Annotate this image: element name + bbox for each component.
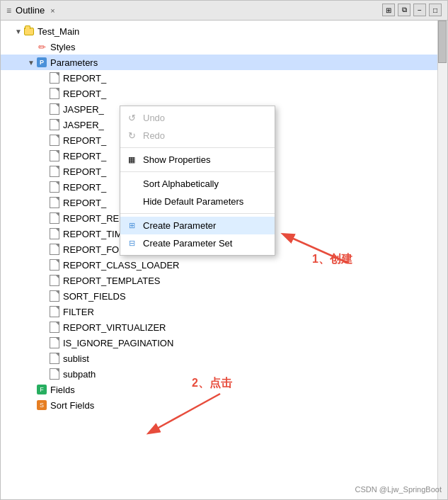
scrollbar-thumb[interactable]	[438, 21, 447, 63]
list-item[interactable]: ▶ sublist	[1, 351, 447, 366]
create-param-set-icon: ⊟	[126, 238, 137, 249]
tree-label: SORT_FIELDS	[63, 291, 126, 302]
menu-item-show-properties[interactable]: ▦ Show Properties	[120, 151, 275, 169]
expand-arrow-parameters[interactable]: ▼	[26, 57, 36, 67]
menu-label-redo: Redo	[143, 130, 165, 141]
toolbar-btn-1[interactable]: ⊞	[382, 4, 395, 16]
report-icon	[49, 72, 60, 84]
menu-label-create-param-set: Create Parameter Set	[143, 238, 232, 249]
report-icon	[49, 228, 60, 239]
redo-icon: ↻	[126, 130, 137, 142]
report-icon	[49, 337, 60, 348]
param-icon: P	[36, 57, 47, 68]
report-icon	[49, 166, 60, 177]
tree-label-sort-fields: Sort Fields	[50, 400, 94, 411]
tree-label-styles: Styles	[50, 42, 75, 52]
tree-label: JASPER_	[63, 120, 104, 130]
menu-item-create-param[interactable]: ⊞ Create Parameter	[120, 217, 275, 234]
panel-toolbar: ⊞ ⧉ − □	[382, 4, 442, 16]
list-item[interactable]: ▶ SORT_FIELDS	[1, 288, 447, 304]
context-menu: ↺ Undo ↻ Redo ▦ Show Properties Sort Alp…	[120, 106, 275, 256]
watermark: CSDN @Ljw_SpringBoot	[355, 485, 442, 494]
menu-item-redo[interactable]: ↻ Redo	[120, 127, 275, 144]
list-item[interactable]: ▶ subpath	[1, 366, 447, 382]
report-icon	[49, 119, 60, 130]
tree-label: REPORT_CLASS_LOADER	[63, 260, 180, 271]
tree-item-parameters[interactable]: ▼ P Parameters	[1, 55, 447, 70]
undo-icon: ↺	[126, 113, 137, 124]
menu-label-hide-default: Hide Default Parameters	[143, 196, 243, 207]
folder-icon	[23, 25, 35, 37]
tree-label: subpath	[63, 369, 96, 380]
tree-label: REPORT_	[63, 89, 106, 99]
panel-title: Outline	[16, 5, 45, 16]
report-icon	[49, 290, 60, 302]
menu-label-create-param: Create Parameter	[143, 220, 216, 231]
tree-label: IS_IGNORE_PAGINATION	[63, 338, 173, 348]
tree-label: FILTER	[63, 307, 94, 317]
tree-item-fields[interactable]: ▶ F Fields	[1, 382, 447, 397]
panel-icon: ≡	[6, 6, 11, 16]
report-icon	[49, 150, 60, 161]
tree-label-test-main: Test_Main	[38, 26, 79, 37]
report-icon	[49, 322, 60, 333]
create-param-icon: ⊞	[126, 220, 137, 232]
tree-item-test-main[interactable]: ▼ Test_Main	[1, 23, 447, 39]
report-icon	[49, 212, 60, 224]
panel-header: ≡ Outline × ⊞ ⧉ − □	[1, 1, 447, 21]
scrollbar[interactable]	[437, 21, 447, 499]
outline-panel: ≡ Outline × ⊞ ⧉ − □ ▼ Test_Main ▶ ✏ Styl…	[0, 0, 448, 500]
tree-label: REPORT_	[63, 151, 106, 161]
menu-separator-1	[120, 147, 275, 148]
menu-item-hide-default[interactable]: Hide Default Parameters	[120, 193, 275, 210]
panel-close-button[interactable]: ×	[50, 6, 54, 15]
list-item[interactable]: ▶ REPORT_TEMPLATES	[1, 273, 447, 288]
list-item[interactable]: ▶ IS_IGNORE_PAGINATION	[1, 335, 447, 351]
tree-label: REPORT_	[63, 198, 106, 208]
tree-label: sublist	[63, 353, 89, 364]
report-icon	[49, 306, 60, 317]
tree-item-styles[interactable]: ▶ ✏ Styles	[1, 39, 447, 55]
menu-separator-2	[120, 171, 275, 172]
toolbar-btn-maximize[interactable]: □	[429, 4, 442, 16]
report-icon	[49, 244, 60, 255]
menu-label-show-properties: Show Properties	[143, 154, 210, 165]
outline-tree: ▼ Test_Main ▶ ✏ Styles ▼ P Parameters ▶ …	[1, 21, 447, 499]
toolbar-btn-2[interactable]: ⧉	[398, 4, 410, 16]
report-icon	[49, 368, 60, 380]
tree-label: REPORT_	[63, 135, 106, 146]
menu-separator-3	[120, 213, 275, 214]
report-icon	[49, 275, 60, 286]
report-icon	[49, 103, 60, 115]
list-item[interactable]: ▶ REPORT_	[1, 70, 447, 86]
tree-label-fields: Fields	[50, 385, 75, 395]
tree-label: JASPER_	[63, 104, 104, 115]
menu-label-sort-alpha: Sort Alphabetically	[143, 178, 219, 189]
list-item[interactable]: ▶ REPORT_VIRTUALIZER	[1, 319, 447, 335]
report-icon	[49, 135, 60, 146]
report-icon	[49, 181, 60, 193]
tree-item-sort-fields[interactable]: ▶ S Sort Fields	[1, 397, 447, 413]
list-item[interactable]: ▶ FILTER	[1, 304, 447, 319]
expand-arrow-test-main[interactable]: ▼	[13, 26, 23, 36]
report-icon	[49, 88, 60, 99]
toolbar-btn-minimize[interactable]: −	[413, 4, 426, 16]
tree-label: REPORT_VIRTUALIZER	[63, 322, 166, 333]
pen-icon: ✏	[36, 41, 47, 52]
tree-label: REPORT_	[63, 73, 106, 84]
report-icon	[49, 353, 60, 364]
properties-icon: ▦	[126, 154, 137, 166]
menu-item-create-param-set[interactable]: ⊟ Create Parameter Set	[120, 234, 275, 252]
list-item[interactable]: ▶ REPORT_	[1, 86, 447, 101]
report-icon	[49, 197, 60, 208]
tree-label: REPORT_	[63, 166, 106, 177]
tree-label: REPORT_	[63, 182, 106, 193]
sort-icon: S	[36, 399, 47, 411]
report-icon	[49, 259, 60, 271]
tree-label: REPORT_TEMPLATES	[63, 275, 161, 286]
fields-icon: F	[36, 384, 47, 395]
menu-item-sort-alpha[interactable]: Sort Alphabetically	[120, 175, 275, 193]
menu-item-undo[interactable]: ↺ Undo	[120, 109, 275, 127]
list-item[interactable]: ▶ REPORT_CLASS_LOADER	[1, 257, 447, 273]
menu-label-undo: Undo	[143, 113, 165, 123]
